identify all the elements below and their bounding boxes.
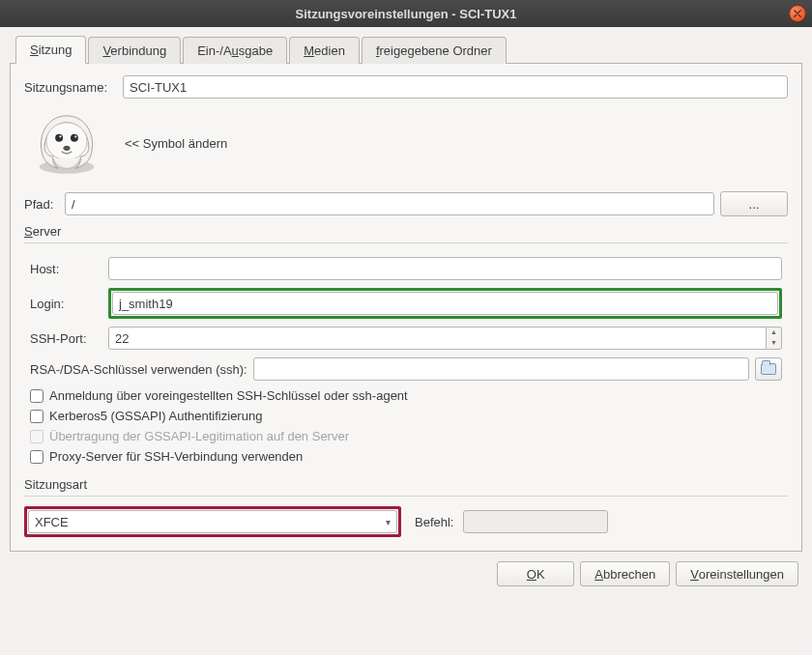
change-symbol-label[interactable]: << Symbol ändern [125,136,227,151]
command-label: Befehl: [415,515,453,529]
server-legend: Server [24,224,788,239]
server-box: Host: Login: SSH-Port: ▲▼ RSA-/DSA-Schlü… [24,251,788,471]
tab-panel-sitzung: Sitzungsname: << Symbol ändern [10,64,802,552]
host-input[interactable] [108,257,782,280]
tab-ein-ausgabe[interactable]: Ein-/Ausgabe [183,37,287,64]
sshport-input[interactable] [108,327,767,350]
svg-point-3 [71,134,78,142]
chevron-down-icon[interactable]: ▼ [767,338,781,349]
tabbar: Sitzung Verbindung Ein-/Ausgabe Medien f… [10,35,802,64]
login-input[interactable] [112,292,778,315]
close-icon [794,10,801,17]
rsakey-label: RSA-/DSA-Schlüssel verwenden (ssh): [30,362,247,377]
tab-freigegebene-ordner[interactable]: freigegebene Ordner [362,37,507,64]
session-name-label: Sitzungsname: [24,80,117,95]
checkbox-kerberos[interactable] [30,410,44,423]
tab-verbindung[interactable]: Verbindung [88,37,181,64]
ok-button[interactable]: OK [497,561,574,586]
svg-point-5 [74,135,76,137]
seal-icon [24,108,109,178]
window-body: Sitzung Verbindung Ein-/Ausgabe Medien f… [0,27,812,596]
window-title: Sitzungsvoreinstellungen - SCI-TUX1 [296,7,517,21]
checkbox-kerberos-label: Kerberos5 (GSSAPI) Authentifizierung [49,409,262,423]
svg-point-6 [63,146,70,151]
checkbox-gssapi-deleg [30,430,44,443]
checkbox-gssapi-deleg-label: Übertragung der GSSAPI-Legitimation auf … [49,429,349,443]
svg-point-4 [59,135,61,137]
sshport-spin-buttons[interactable]: ▲▼ [767,327,782,350]
svg-point-2 [55,134,63,142]
command-input [463,510,608,533]
sshport-stepper[interactable]: ▲▼ [108,327,782,350]
tab-sitzung[interactable]: Sitzung [15,36,86,64]
checkbox-proxy[interactable] [30,450,44,464]
chevron-down-icon: ▾ [386,517,391,527]
session-type-select[interactable]: XFCE ▾ [28,510,397,533]
rsakey-input[interactable] [253,357,749,381]
checkbox-default-sshkey[interactable] [30,389,44,403]
session-type-selected: XFCE [35,515,69,529]
sshport-label: SSH-Port: [30,331,102,346]
session-symbol-icon[interactable] [24,108,109,178]
path-label: Pfad: [24,197,59,212]
host-label: Host: [30,262,102,276]
rsakey-browse-button[interactable] [755,357,782,381]
tab-medien[interactable]: Medien [289,37,360,64]
folder-open-icon [761,363,776,375]
session-type-legend: Sitzungsart [24,477,788,492]
login-label: Login: [30,297,102,311]
chevron-up-icon[interactable]: ▲ [767,328,781,338]
path-input[interactable] [65,192,714,215]
session-name-input[interactable] [123,75,788,99]
checkbox-proxy-label: Proxy-Server für SSH-Verbindung verwende… [49,449,303,464]
defaults-button[interactable]: Voreinstellungen [676,561,798,586]
checkbox-default-sshkey-label: Anmeldung über voreingestellten SSH-Schl… [49,388,408,403]
titlebar: Sitzungsvoreinstellungen - SCI-TUX1 [0,0,812,27]
svg-point-1 [46,123,87,160]
close-button[interactable] [789,5,806,22]
path-browse-button[interactable]: ... [720,191,788,216]
dialog-footer: OK Abbrechen Voreinstellungen [10,552,802,586]
cancel-button[interactable]: Abbrechen [580,561,670,586]
